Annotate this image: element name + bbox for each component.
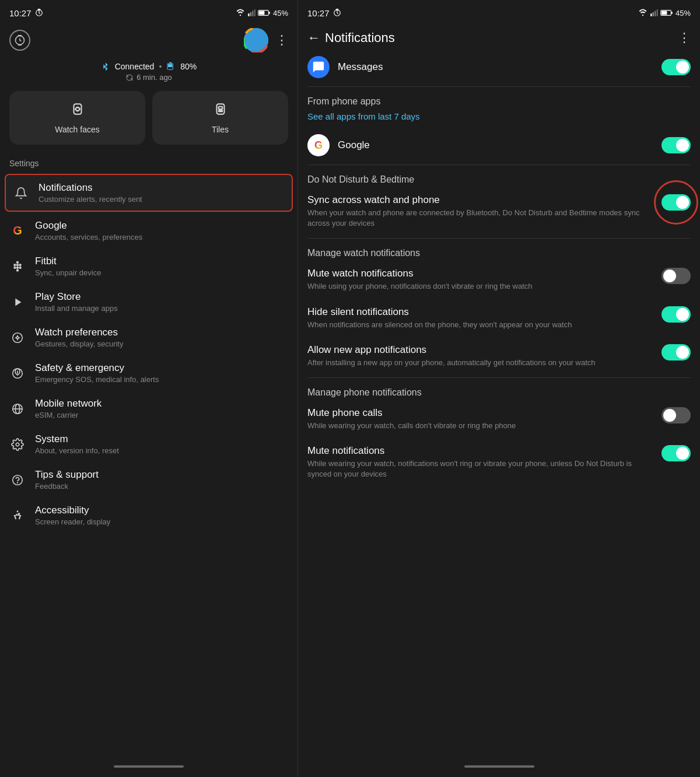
settings-item-mobile-network[interactable]: Mobile network eSIM, carrier bbox=[0, 391, 298, 426]
mobile-network-text: Mobile network eSIM, carrier bbox=[35, 398, 102, 419]
settings-item-play-store[interactable]: Play Store Install and manage apps bbox=[0, 284, 298, 320]
settings-item-system[interactable]: System About, version info, reset bbox=[0, 426, 298, 462]
signal-icon-right bbox=[650, 9, 658, 17]
watch-preferences-text: Watch preferences Gestures, display, sec… bbox=[35, 327, 123, 348]
home-indicator-left bbox=[0, 756, 298, 777]
battery-pct-right: 45% bbox=[676, 9, 691, 18]
svg-rect-6 bbox=[254, 9, 256, 16]
battery-icon-left bbox=[258, 9, 271, 17]
google-icon-right: G bbox=[314, 139, 323, 152]
mute-notifications-setting[interactable]: Mute notifications While wearing your wa… bbox=[307, 438, 691, 487]
tiles-button[interactable]: Tiles bbox=[152, 91, 288, 145]
settings-item-notifications[interactable]: Notifications Customize alerts, recently… bbox=[5, 174, 293, 212]
fitbit-sub: Sync, unpair device bbox=[35, 268, 101, 277]
svg-point-31 bbox=[13, 332, 23, 342]
svg-point-23 bbox=[17, 261, 19, 263]
mute-watch-toggle-thumb bbox=[663, 270, 676, 282]
mute-watch-sub: While using your phone, notifications do… bbox=[307, 281, 654, 292]
bluetooth-icon bbox=[101, 62, 110, 71]
fitbit-title: Fitbit bbox=[35, 256, 101, 267]
google-toggle[interactable] bbox=[662, 137, 691, 153]
tips-icon bbox=[9, 474, 26, 487]
allow-new-app-toggle[interactable] bbox=[662, 344, 691, 360]
allow-new-app-setting[interactable]: Allow new app notifications After instal… bbox=[307, 337, 691, 375]
divider-3 bbox=[307, 238, 691, 239]
tiles-icon bbox=[213, 102, 228, 120]
sync-across-setting[interactable]: Sync across watch and phone When your wa… bbox=[307, 187, 691, 236]
mute-notifications-toggle[interactable] bbox=[662, 445, 691, 461]
notifications-title: Notifications bbox=[38, 182, 142, 194]
svg-rect-50 bbox=[662, 11, 667, 15]
svg-point-29 bbox=[19, 267, 21, 268]
wifi-icon bbox=[236, 9, 245, 17]
messages-app-item[interactable]: Messages bbox=[307, 50, 691, 84]
notifications-header: ← Notifications ⋮ bbox=[298, 23, 700, 50]
svg-point-26 bbox=[14, 264, 16, 265]
google-app-icon: G bbox=[307, 134, 330, 156]
mute-notifications-title: Mute notifications bbox=[307, 445, 654, 457]
mobile-network-sub: eSIM, carrier bbox=[35, 411, 102, 419]
time-left: 10:27 bbox=[9, 8, 43, 18]
clock-left: 10:27 bbox=[9, 8, 32, 18]
watch-face-svg-icon bbox=[70, 102, 85, 117]
allow-new-app-toggle-thumb bbox=[676, 346, 689, 359]
messages-toggle[interactable] bbox=[662, 59, 691, 75]
svg-point-40 bbox=[18, 482, 18, 483]
settings-item-safety[interactable]: Safety & emergency Emergency SOS, medica… bbox=[0, 355, 298, 391]
question-circle-icon bbox=[11, 474, 24, 487]
accessibility-text: Accessibility Screen reader, display bbox=[35, 505, 110, 526]
bell-icon bbox=[13, 187, 29, 200]
svg-point-24 bbox=[17, 264, 19, 265]
more-options-right-button[interactable]: ⋮ bbox=[678, 30, 691, 46]
settings-item-fitbit[interactable]: Fitbit Sync, unpair device bbox=[0, 249, 298, 284]
fitbit-svg-icon bbox=[11, 260, 24, 273]
google-g-icon: G bbox=[13, 224, 22, 237]
sync-across-title: Sync across watch and phone bbox=[307, 194, 654, 206]
watch-icon[interactable] bbox=[9, 30, 30, 51]
svg-rect-47 bbox=[654, 11, 656, 16]
svg-rect-9 bbox=[269, 12, 270, 14]
mute-notifications-header: Mute notifications While wearing your wa… bbox=[307, 445, 691, 480]
last-sync: 6 min. ago bbox=[136, 73, 172, 82]
hide-silent-setting[interactable]: Hide silent notifications When notificat… bbox=[307, 299, 691, 337]
mute-watch-header: Mute watch notifications While using you… bbox=[307, 268, 691, 292]
play-store-title: Play Store bbox=[35, 291, 118, 303]
mute-watch-toggle[interactable] bbox=[662, 268, 691, 284]
fitbit-text: Fitbit Sync, unpair device bbox=[35, 256, 101, 277]
mute-phone-calls-setting[interactable]: Mute phone calls While wearing your watc… bbox=[307, 400, 691, 438]
mute-watch-setting[interactable]: Mute watch notifications While using you… bbox=[307, 261, 691, 299]
tiles-svg-icon bbox=[213, 102, 228, 117]
messages-icon bbox=[307, 56, 330, 78]
svg-point-2 bbox=[240, 15, 241, 16]
google-app-item[interactable]: G Google bbox=[307, 128, 691, 162]
mute-notifications-toggle-thumb bbox=[676, 447, 689, 460]
svg-point-38 bbox=[16, 443, 19, 446]
avatar[interactable] bbox=[244, 28, 268, 52]
mute-phone-calls-toggle[interactable] bbox=[662, 407, 691, 424]
svg-rect-3 bbox=[248, 13, 249, 16]
back-button[interactable]: ← bbox=[307, 30, 320, 46]
connection-row: Connected • 80% bbox=[0, 62, 298, 71]
svg-rect-46 bbox=[653, 12, 654, 16]
watch-preferences-title: Watch preferences bbox=[35, 327, 123, 338]
settings-item-watch-preferences[interactable]: Watch preferences Gestures, display, sec… bbox=[0, 320, 298, 355]
settings-item-tips[interactable]: Tips & support Feedback bbox=[0, 462, 298, 498]
sync-across-toggle[interactable] bbox=[662, 194, 691, 211]
accessibility-svg-icon bbox=[11, 509, 24, 522]
sync-icon bbox=[125, 74, 134, 82]
notifications-text: Notifications Customize alerts, recently… bbox=[38, 182, 142, 204]
mute-phone-calls-sub: While wearing your watch, calls don't vi… bbox=[307, 421, 654, 431]
watch-battery: 80% bbox=[180, 62, 197, 71]
mute-watch-title: Mute watch notifications bbox=[307, 268, 654, 279]
more-options-button[interactable]: ⋮ bbox=[275, 33, 288, 48]
connection-status: Connected bbox=[115, 62, 155, 71]
settings-item-accessibility[interactable]: Accessibility Screen reader, display bbox=[0, 498, 298, 533]
system-sub: About, version info, reset bbox=[35, 446, 119, 455]
mobile-network-icon bbox=[9, 402, 26, 415]
home-bar bbox=[114, 765, 184, 768]
watch-faces-button[interactable]: Watch faces bbox=[9, 91, 145, 145]
svg-rect-17 bbox=[170, 62, 172, 64]
settings-item-google[interactable]: G Google Accounts, services, preferences bbox=[0, 213, 298, 249]
see-all-apps-link[interactable]: See all apps from last 7 days bbox=[307, 109, 691, 128]
hide-silent-toggle[interactable] bbox=[662, 306, 691, 323]
